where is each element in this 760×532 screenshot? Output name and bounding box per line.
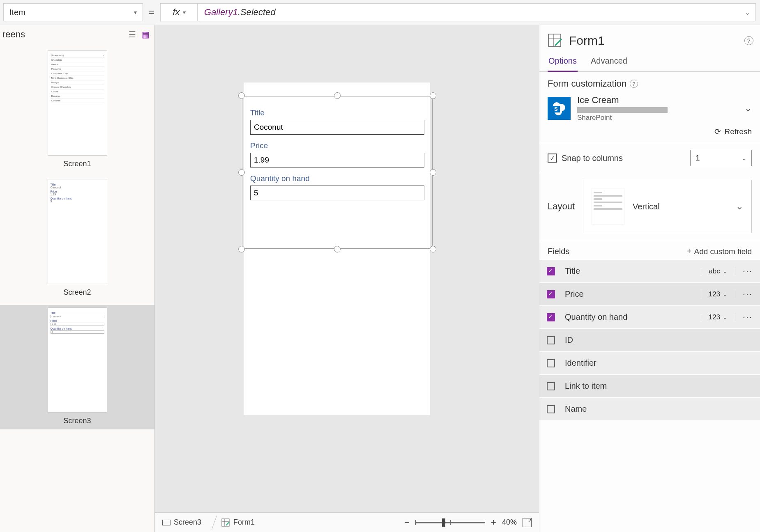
plus-icon: + (687, 247, 692, 256)
screen-thumbnail-screen2[interactable]: Title Coconut Price 1.99 Quantity on han… (0, 177, 154, 301)
tab-advanced[interactable]: Advanced (590, 52, 628, 71)
field-checkbox[interactable] (547, 336, 555, 344)
chevron-down-icon[interactable]: ⌄ (744, 103, 752, 114)
fields-heading: Fields (548, 247, 569, 256)
field-row-name[interactable]: Name (539, 397, 760, 420)
field-type-dropdown[interactable]: abc⌄ (701, 267, 735, 275)
field-checkbox[interactable] (547, 382, 555, 390)
list-view-icon[interactable]: ☰ (129, 30, 136, 39)
field-row-price[interactable]: Price 123⌄ ··· (539, 282, 760, 305)
field-row-id[interactable]: ID (539, 328, 760, 351)
field-label-title: Title (250, 108, 424, 117)
field-name: ID (562, 335, 760, 345)
resize-handle[interactable] (334, 92, 341, 99)
field-input-price[interactable] (250, 153, 424, 167)
datasource-redacted (577, 107, 668, 113)
formula-text[interactable]: Gallery1.Selected (198, 7, 739, 18)
svg-rect-3 (548, 34, 561, 46)
fields-list: Title abc⌄ ··· Price 123⌄ ··· Quantity o… (539, 259, 760, 420)
property-dropdown-value: Item (9, 8, 25, 17)
formula-suffix: .Selected (238, 7, 276, 17)
resize-handle[interactable] (238, 246, 245, 252)
svg-rect-0 (222, 519, 229, 526)
equals-sign: = (149, 7, 154, 18)
field-row-title[interactable]: Title abc⌄ ··· (539, 259, 760, 282)
field-checkbox[interactable] (547, 359, 555, 367)
field-more-button[interactable]: ··· (735, 289, 760, 300)
help-icon[interactable]: ? (630, 80, 638, 88)
tab-options[interactable]: Options (548, 52, 578, 72)
chevron-down-icon: ▾ (134, 9, 137, 16)
resize-handle[interactable] (238, 169, 245, 176)
breadcrumb-screen-label: Screen3 (174, 518, 201, 527)
snap-columns-value: 1 (696, 154, 700, 163)
screen-thumbnail-screen1[interactable]: Strawberry› Chocolate Vanilla Pistachio … (0, 48, 154, 172)
field-name: Quantity on hand (562, 312, 701, 322)
form-selection[interactable]: Title Price Quantity on hand (238, 92, 437, 253)
zoom-out-button[interactable]: − (404, 517, 410, 528)
screen-thumbnail-preview: Strawberry› Chocolate Vanilla Pistachio … (48, 50, 107, 156)
screen-thumbnail-label: Screen3 (0, 417, 154, 425)
datasource-name: Ice Cream (577, 95, 738, 105)
breadcrumb-form[interactable]: Form1 (221, 518, 259, 527)
field-row-identifier[interactable]: Identifier (539, 351, 760, 374)
form-customization-heading: Form customization ? (548, 78, 752, 89)
field-label-price: Price (250, 141, 424, 150)
fx-button[interactable]: fx ▾ (161, 4, 198, 21)
layout-value: Vertical (633, 202, 728, 211)
field-label-quantity: Quantity on hand (250, 174, 424, 183)
datasource-provider: SharePoint (577, 114, 738, 122)
field-more-button[interactable]: ··· (735, 266, 760, 277)
resize-handle[interactable] (238, 92, 245, 99)
field-type-dropdown[interactable]: 123⌄ (701, 290, 735, 298)
field-type-dropdown[interactable]: 123⌄ (701, 313, 735, 321)
layout-dropdown[interactable]: Vertical ⌄ (583, 180, 752, 233)
field-checkbox[interactable] (547, 267, 555, 275)
snap-to-columns-label: Snap to columns (562, 154, 623, 163)
field-row-quantity[interactable]: Quantity on hand 123⌄ ··· (539, 305, 760, 328)
field-checkbox[interactable] (547, 405, 555, 413)
canvas-area[interactable]: Title Price Quantity on hand Screen3 For… (155, 25, 539, 532)
screen-thumbnail-label: Screen2 (0, 288, 154, 297)
zoom-in-button[interactable]: + (491, 517, 496, 528)
refresh-button[interactable]: Refresh (724, 127, 752, 136)
field-name: Title (562, 266, 701, 276)
formula-bar[interactable]: fx ▾ Gallery1.Selected ⌄ (160, 3, 756, 21)
screen-thumbnail-preview: Title Coconut Price 1.99 Quantity on han… (48, 179, 107, 284)
field-name: Name (562, 404, 760, 414)
zoom-level: 40% (502, 518, 517, 527)
refresh-icon[interactable]: ⟳ (714, 127, 721, 136)
screen-thumbnail-screen3[interactable]: Title Coconut Price 1.99 Quantity on han… (0, 305, 154, 429)
screen-thumbnail-preview: Title Coconut Price 1.99 Quantity on han… (48, 307, 107, 413)
field-row-link[interactable]: Link to item (539, 374, 760, 397)
field-checkbox[interactable] (547, 313, 555, 321)
datasource-row[interactable]: S Ice Cream SharePoint ⌄ (548, 95, 752, 122)
grid-view-icon[interactable]: ▦ (142, 30, 150, 39)
field-checkbox[interactable] (547, 290, 555, 298)
form-icon (221, 518, 230, 527)
layout-preview-icon (592, 188, 624, 225)
snap-columns-dropdown[interactable]: 1 ⌄ (690, 150, 752, 166)
form-icon (548, 33, 562, 48)
property-dropdown[interactable]: Item ▾ (3, 3, 143, 21)
breadcrumb-separator (206, 516, 217, 530)
chevron-down-icon: ▾ (182, 9, 185, 16)
resize-handle[interactable] (430, 169, 436, 176)
resize-handle[interactable] (334, 246, 341, 252)
svg-text:S: S (554, 106, 558, 112)
resize-handle[interactable] (430, 246, 436, 252)
breadcrumb-screen[interactable]: Screen3 (162, 518, 205, 527)
field-input-quantity[interactable] (250, 186, 424, 200)
zoom-slider[interactable] (415, 522, 485, 523)
fit-screen-button[interactable]: ↗ (523, 518, 532, 527)
chevron-down-icon: ⌄ (736, 201, 743, 212)
screen-icon (162, 520, 170, 525)
field-more-button[interactable]: ··· (735, 312, 760, 323)
add-custom-field-button[interactable]: + Add custom field (687, 247, 752, 256)
formula-expand-icon[interactable]: ⌄ (739, 9, 755, 16)
help-icon[interactable]: ? (744, 36, 753, 45)
resize-handle[interactable] (430, 92, 436, 99)
field-input-title[interactable] (250, 120, 424, 135)
screen-thumbnail-label: Screen1 (0, 160, 154, 168)
snap-to-columns-checkbox[interactable] (548, 154, 557, 163)
